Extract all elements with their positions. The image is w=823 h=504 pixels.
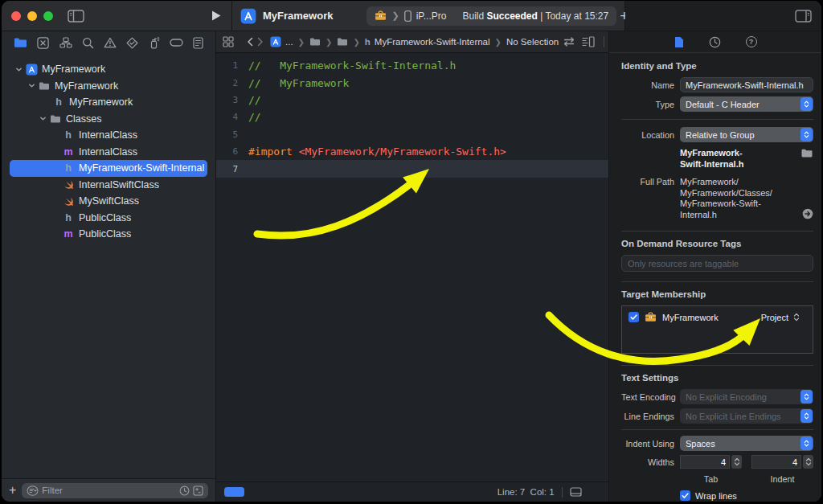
jump-bar: ... ❯ ❯ ❯ h MyFramework-Swift-Internal ❯… (216, 31, 608, 53)
filter-input[interactable] (42, 486, 176, 495)
close-button[interactable] (11, 11, 21, 21)
scheme-selector[interactable]: ❯ iP...Pro Build Succeeded | Today at 15… (366, 6, 616, 26)
filter-field[interactable] (22, 483, 208, 498)
source-control-status-filter-icon[interactable] (193, 486, 203, 496)
code-line-2[interactable]: 2// MyFramework (216, 74, 608, 91)
folder-icon[interactable] (337, 37, 348, 47)
tab-width-field[interactable]: 4 (680, 455, 730, 469)
traffic-lights (11, 11, 53, 21)
indent-width-stepper[interactable] (803, 455, 813, 469)
device-icon (404, 10, 412, 22)
tree-item-myswiftclass[interactable]: MySwiftClass (10, 193, 207, 210)
tree-item-myframework[interactable]: MyFramework (10, 61, 207, 78)
code-editor[interactable]: 1// MyFramework-Swift-Internal.h2// MyFr… (216, 53, 608, 481)
tab-debug-navigator[interactable] (149, 37, 160, 49)
tab-width-stepper[interactable] (731, 455, 742, 469)
toggle-left-sidebar-icon[interactable] (68, 10, 84, 23)
code-line-7[interactable]: 7 (216, 160, 608, 177)
scope-stepper-icon[interactable] (793, 313, 800, 322)
tree-item-label: InternalSwiftClass (79, 179, 159, 191)
code-line-1[interactable]: 1// MyFramework-Swift-Internal.h (216, 57, 608, 74)
line-endings-label: Line Endings (621, 412, 674, 421)
toggle-right-sidebar-icon[interactable] (795, 10, 812, 23)
text-encoding-label: Text Encoding (621, 392, 674, 402)
tab-breakpoint-navigator[interactable] (170, 38, 183, 47)
header-file-icon: h (61, 162, 76, 174)
folder-icon[interactable] (309, 37, 321, 47)
line-number: 1 (216, 60, 248, 71)
tree-item-publicclass[interactable]: mPublicClass (10, 226, 207, 243)
tree-item-myframework[interactable]: MyFramework (10, 78, 207, 95)
breadcrumb-file[interactable]: MyFramework-Swift-Internal (375, 37, 490, 47)
odr-tags-input[interactable] (628, 259, 807, 268)
section-target-membership-header: Target Membership (621, 289, 813, 299)
tab-test-navigator[interactable] (126, 37, 138, 49)
tab-report-navigator[interactable] (193, 37, 203, 49)
full-path-label: Full Path (621, 177, 674, 186)
add-file-button[interactable]: + (9, 484, 16, 497)
tab-issue-navigator[interactable] (104, 37, 117, 48)
back-button[interactable] (247, 37, 253, 47)
indent-width-field[interactable]: 4 (751, 455, 801, 469)
swift-file-icon (61, 179, 76, 190)
text-encoding-dropdown[interactable]: No Explicit Encoding (680, 389, 813, 404)
tab-history-inspector[interactable] (709, 36, 721, 48)
code-line-5[interactable]: 5 (216, 126, 608, 143)
odr-tags-field[interactable] (621, 255, 813, 272)
checkbox-checked-icon[interactable] (629, 312, 639, 322)
type-dropdown[interactable]: Default - C Header (680, 96, 813, 112)
tab-file-inspector[interactable] (674, 36, 684, 48)
wrap-lines-checkbox[interactable] (680, 490, 690, 501)
disclosure-chevron-icon[interactable] (37, 115, 48, 122)
related-items-icon[interactable] (223, 36, 234, 47)
line-endings-dropdown[interactable]: No Explicit Line Endings (680, 408, 813, 424)
disclosure-chevron-icon[interactable] (26, 82, 37, 89)
tab-project-navigator[interactable] (14, 37, 27, 48)
editor-panel: ... ❯ ❯ ❯ h MyFramework-Swift-Internal ❯… (216, 31, 609, 502)
minimize-button[interactable] (27, 11, 37, 21)
tree-item-internalclass[interactable]: mInternalClass (10, 144, 207, 161)
tab-find-navigator[interactable] (82, 37, 94, 49)
activity-status[interactable]: Build Succeeded | Today at 15:27 (462, 10, 608, 22)
tab-source-control-navigator[interactable] (37, 37, 49, 49)
recent-files-icon[interactable] (179, 486, 190, 496)
folder-icon (48, 114, 63, 124)
forward-button[interactable] (257, 37, 264, 47)
editor-mode-pill[interactable] (224, 487, 244, 497)
code-line-6[interactable]: 6#import <MyFramework/MyFramework-Swift.… (216, 143, 608, 160)
indent-using-dropdown[interactable]: Spaces (680, 436, 813, 451)
run-destination[interactable]: iP...Pro (416, 10, 447, 22)
tab-symbol-navigator[interactable] (59, 37, 72, 48)
widths-label: Widths (621, 457, 674, 467)
target-name: MyFramework (662, 313, 719, 322)
tree-item-publicclass[interactable]: hPublicClass (10, 210, 207, 227)
code-line-3[interactable]: 3// (216, 92, 608, 109)
tree-item-myframework-swift-internal[interactable]: hMyFramework-Swift-Internal (10, 160, 207, 177)
wrap-lines-label: Wrap lines (695, 491, 737, 501)
header-file-icon: h (61, 129, 76, 141)
adjust-editor-icon[interactable] (570, 468, 600, 502)
disclosure-chevron-icon[interactable] (13, 66, 24, 73)
choose-folder-icon[interactable] (800, 148, 813, 158)
swap-editor-icon[interactable] (563, 37, 575, 47)
tree-item-classes[interactable]: Classes (10, 111, 207, 128)
run-button[interactable] (211, 10, 222, 22)
code-token-plain (293, 145, 299, 158)
target-membership-row[interactable]: MyFramework Project (629, 312, 806, 322)
tree-item-internalswiftclass[interactable]: InternalSwiftClass (10, 177, 207, 194)
reveal-arrow-icon[interactable] (802, 208, 813, 219)
location-dropdown[interactable]: Relative to Group (680, 127, 813, 142)
breadcrumb-selection[interactable]: No Selection (506, 37, 559, 47)
minimap-icon[interactable] (582, 36, 595, 47)
name-field[interactable]: MyFramework-Swift-Internal.h (680, 77, 813, 92)
toolbox-icon (375, 10, 387, 21)
zoom-button[interactable] (43, 11, 53, 21)
membership-scope[interactable]: Project (761, 313, 788, 322)
breadcrumb-project[interactable]: ... (285, 37, 293, 47)
tab-quick-help-inspector[interactable]: ? (746, 36, 757, 47)
tree-item-myframework[interactable]: hMyFramework (10, 94, 207, 111)
filter-icon (27, 486, 39, 496)
code-line-4[interactable]: 4// (216, 109, 608, 125)
folder-icon (37, 81, 51, 91)
tree-item-internalclass[interactable]: hInternalClass (10, 127, 207, 144)
